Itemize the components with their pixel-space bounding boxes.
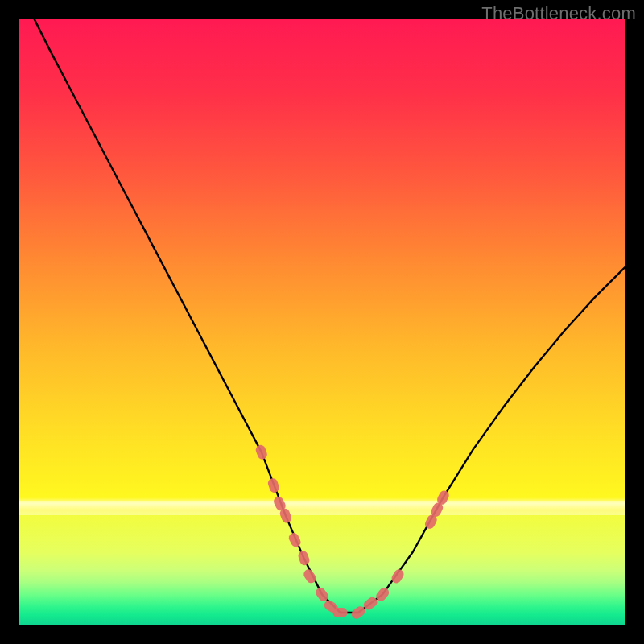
chart-frame — [19, 19, 625, 625]
marker-point — [333, 608, 348, 617]
watermark-text: TheBottleneck.com — [481, 3, 636, 24]
highlight-band — [19, 501, 625, 515]
bottleneck-chart — [19, 19, 625, 625]
svg-rect-9 — [333, 608, 348, 617]
gradient-background — [19, 19, 625, 625]
